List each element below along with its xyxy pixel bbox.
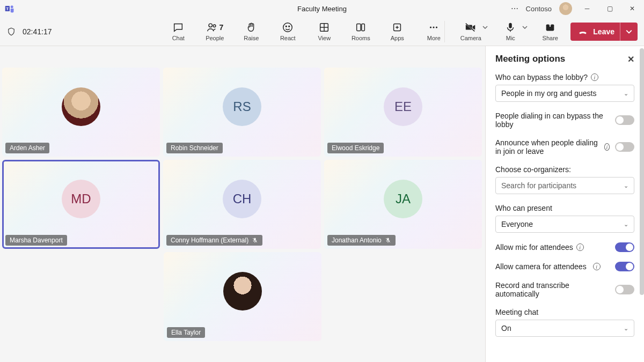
bypass-label: Who can bypass the lobby? [495,73,588,82]
view-button[interactable]: View [313,21,335,41]
title-bar: T Faculty Meeting ⋯ Contoso ─ ▢ ✕ [0,0,644,17]
chat-button[interactable]: Chat [167,21,189,41]
participant-tile[interactable]: Ella Taylor [164,252,321,341]
user-avatar[interactable] [559,2,572,15]
announce-label: Announce when people dialing in join or … [495,138,601,156]
rooms-button[interactable]: Rooms [350,21,371,41]
svg-rect-21 [509,23,513,28]
more-button[interactable]: More [423,21,444,41]
shield-icon [6,27,16,36]
mic-button[interactable]: Mic [500,21,521,41]
svg-point-4 [214,25,216,27]
svg-point-3 [209,24,212,27]
camera-off-icon [465,21,477,33]
allow-mic-label: Allow mic for attendees [495,243,573,252]
participant-tile[interactable]: Arden Asher [2,68,160,157]
people-icon [206,21,218,33]
toolbar-separator [444,21,445,42]
participant-name-label: Jonathan Antonio [327,235,396,246]
present-select[interactable]: Everyone⌄ [495,216,634,233]
allow-cam-toggle[interactable] [615,262,634,271]
info-icon[interactable]: i [593,263,601,270]
participant-name-label: Arden Asher [5,143,49,153]
apps-icon [391,21,403,33]
record-toggle[interactable] [615,285,634,294]
maximize-button[interactable]: ▢ [602,5,617,12]
coorg-label: Choose co-organizers: [495,165,634,174]
close-panel-button[interactable]: ✕ [627,54,634,64]
meeting-title: Faculty Meeting [297,5,347,13]
meeting-toolbar: 02:41:17 Chat 7 People Raise React View [0,17,644,46]
record-label: Record and transcribe automatically [495,281,610,298]
svg-rect-11 [357,24,361,31]
avatar-initials: EE [384,87,422,126]
avatar-initials: RS [223,87,261,126]
participant-name-label: Robin Schneider [166,143,223,153]
mic-icon [504,21,516,33]
svg-point-18 [436,26,437,28]
participant-name-label: Elwood Eskridge [327,143,384,153]
share-button[interactable]: Share [539,21,561,41]
allow-mic-toggle[interactable] [615,242,634,252]
meeting-chat-select[interactable]: On⌄ [495,320,634,337]
teams-icon: T [4,3,15,14]
hangup-icon [578,27,588,36]
avatar-photo [223,272,262,311]
avatar-initials: MD [62,180,100,218]
coorg-select[interactable]: Search for participants⌄ [495,177,634,194]
announce-toggle[interactable] [615,142,634,152]
chevron-down-icon[interactable] [482,25,488,30]
leave-dropdown[interactable] [620,23,632,41]
meeting-chat-label: Meeting chat [495,308,634,316]
emoji-icon [282,21,294,33]
chevron-down-icon[interactable] [522,25,528,30]
participant-tile[interactable]: JAJonathan Antonio [324,160,482,249]
svg-point-2 [11,5,13,8]
svg-text:T: T [6,6,9,11]
participant-tile[interactable]: CHConny Hoffmann (External) [163,160,321,249]
participant-name-label: Conny Hoffmann (External) [166,235,262,246]
avatar-initials: CH [223,180,261,218]
dialin-bypass-toggle[interactable] [615,115,634,125]
more-icon[interactable]: ⋯ [511,4,518,13]
allow-cam-label: Allow camera for attendees [495,262,587,271]
mic-off-icon [252,237,258,243]
panel-title: Meeting options [495,54,565,64]
people-button[interactable]: 7 People [204,21,225,41]
camera-button[interactable]: Camera [460,21,481,41]
call-timer: 02:41:17 [23,27,52,36]
info-icon[interactable]: i [591,73,598,81]
avatar-initials: JA [384,180,422,218]
video-stage: Arden AsherRSRobin SchneiderEEElwood Esk… [0,46,485,362]
participant-name-label: Ella Taylor [167,327,205,338]
svg-point-7 [289,26,290,27]
share-icon [544,21,556,33]
svg-point-5 [283,23,292,32]
chat-icon [172,21,184,33]
info-icon[interactable]: i [576,243,584,251]
participant-tile[interactable]: EEElwood Eskridge [324,68,482,157]
react-button[interactable]: React [277,21,298,41]
hand-icon [245,21,257,33]
grid-icon [318,21,330,33]
rooms-icon [355,21,367,33]
meeting-options-panel: Meeting options ✕ Who can bypass the lob… [485,46,644,362]
svg-point-6 [286,26,287,27]
mic-off-icon [385,237,391,243]
avatar-photo [62,87,100,126]
org-name: Contoso [526,5,552,13]
raise-hand-button[interactable]: Raise [240,21,262,41]
more-horizontal-icon [428,21,440,33]
minimize-button[interactable]: ─ [580,5,595,12]
info-icon[interactable]: i [604,143,610,151]
participant-name-label: Marsha Davenport [5,235,67,246]
close-button[interactable]: ✕ [625,5,640,12]
participant-tile[interactable]: RSRobin Schneider [163,68,321,157]
apps-button[interactable]: Apps [386,21,408,41]
bypass-select[interactable]: People in my org and guests⌄ [495,85,634,102]
leave-button[interactable]: Leave [570,23,638,41]
svg-point-16 [430,26,431,28]
scrollbar[interactable] [640,48,644,295]
participant-tile[interactable]: MDMarsha Davenport [2,160,160,249]
dialin-bypass-label: People dialing in can bypass the lobby [495,112,610,129]
